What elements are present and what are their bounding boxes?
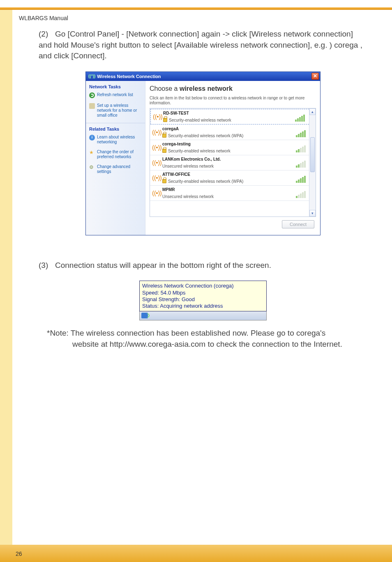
network-security-text: Security-enabled wireless network (WPA) bbox=[168, 134, 243, 138]
network-item[interactable]: ((•))MPMRUnsecured wireless network bbox=[150, 186, 316, 201]
network-info: ATTW-OFFICESecurity-enabled wireless net… bbox=[162, 172, 296, 184]
step-2-marker: (2) bbox=[39, 29, 55, 40]
setup-label: Set up a wireless network for a home or … bbox=[97, 103, 142, 118]
scroll-thumb[interactable] bbox=[310, 137, 315, 172]
signal-strength-icon bbox=[296, 172, 308, 184]
network-item[interactable]: ((•))LANKom Electronics Co., Ltd.Unsecur… bbox=[150, 155, 316, 170]
network-tasks-header: Network Tasks bbox=[89, 84, 142, 89]
connect-button[interactable]: Connect bbox=[282, 220, 314, 228]
bottom-orange-bar bbox=[0, 545, 392, 562]
connection-tooltip: Wireless Network Connection (corega) Spe… bbox=[139, 281, 267, 311]
wireless-signal-icon: ((•)) bbox=[152, 142, 162, 153]
footnote: *Note: The wireless connection has been … bbox=[39, 328, 367, 350]
star-icon: ★ bbox=[89, 150, 95, 155]
step-3-paragraph: (3)Connection status will appear in the … bbox=[39, 260, 367, 271]
wireless-signal-icon: ((•)) bbox=[152, 157, 162, 168]
wireless-tray-icon[interactable] bbox=[141, 313, 148, 318]
network-security: Security-enabled wireless network bbox=[163, 118, 295, 122]
left-margin-stripe bbox=[0, 10, 12, 562]
network-security: Security-enabled wireless network bbox=[162, 149, 296, 153]
signal-strength-icon bbox=[296, 142, 308, 153]
setup-wireless-link[interactable]: Set up a wireless network for a home or … bbox=[89, 103, 142, 118]
network-security-text: Security-enabled wireless network bbox=[168, 149, 231, 153]
network-security-text: Security-enabled wireless network (WPA) bbox=[168, 179, 243, 184]
tooltip-line-2: Speed: 54.0 Mbps bbox=[142, 290, 264, 296]
tooltip-line-4: Status: Acquiring network address bbox=[142, 303, 264, 309]
network-item[interactable]: ((•))RD-SW-TESTSecurity-enabled wireless… bbox=[150, 109, 315, 124]
network-info: MPMRUnsecured wireless network bbox=[162, 187, 296, 199]
page-content: (2)Go [Control Panel] - [Network connect… bbox=[39, 29, 367, 350]
network-info: coregaASecurity-enabled wireless network… bbox=[162, 127, 296, 138]
network-info: LANKom Electronics Co., Ltd.Unsecured wi… bbox=[162, 157, 296, 168]
note-prefix: *Note: bbox=[47, 329, 69, 337]
network-item[interactable]: ((•))coregaASecurity-enabled wireless ne… bbox=[150, 125, 316, 140]
signal-strength-icon bbox=[296, 187, 308, 199]
wireless-signal-icon: ((•)) bbox=[152, 172, 162, 184]
network-ssid: RD-SW-TEST bbox=[163, 111, 295, 115]
connection-tooltip-wrap: Wireless Network Connection (corega) Spe… bbox=[139, 281, 267, 320]
connect-row: Connect bbox=[150, 217, 316, 231]
lock-icon bbox=[162, 179, 166, 183]
note-line-2: website at http://www.corega-asia.com to… bbox=[47, 339, 367, 350]
refresh-label: Refresh network list bbox=[97, 92, 133, 98]
close-button[interactable]: ✕ bbox=[311, 73, 319, 80]
scroll-up-button[interactable]: ▴ bbox=[309, 108, 316, 115]
heading-pre: Choose a bbox=[150, 85, 180, 92]
tooltip-line-1: Wireless Network Connection (corega) bbox=[142, 283, 264, 289]
note-line-1: The wireless connection has been establi… bbox=[71, 329, 325, 337]
network-security-text: Unsecured wireless network bbox=[162, 194, 214, 199]
info-icon: i bbox=[89, 135, 95, 140]
wireless-connection-dialog: ((°)) Wireless Network Connection ✕ Netw… bbox=[85, 71, 321, 235]
top-orange-bar bbox=[0, 7, 392, 10]
signal-strength-icon bbox=[296, 127, 308, 138]
advanced-label: Change advanced settings bbox=[97, 164, 142, 174]
step-2-text: Go [Control Panel] - [Network connection… bbox=[39, 30, 362, 60]
step-3-text: Connection status will appear in the bot… bbox=[55, 261, 271, 269]
network-ssid: coregaA bbox=[162, 127, 296, 131]
scrollbar-track[interactable]: ▴ ▾ bbox=[309, 108, 316, 217]
step-3-marker: (3) bbox=[39, 260, 55, 271]
network-ssid: MPMR bbox=[162, 187, 296, 192]
network-ssid: LANKom Electronics Co., Ltd. bbox=[162, 157, 296, 161]
dialog-main-panel: Choose a wireless network Click an item … bbox=[145, 81, 320, 235]
network-security: Unsecured wireless network bbox=[162, 194, 296, 199]
network-ssid: ATTW-OFFICE bbox=[162, 172, 296, 177]
wireless-signal-icon: ((•)) bbox=[152, 187, 162, 199]
order-label: Change the order of preferred networks bbox=[97, 150, 142, 159]
tooltip-line-3: Signal Strength: Good bbox=[142, 296, 264, 303]
wireless-signal-icon: ((•)) bbox=[152, 127, 162, 138]
learn-wireless-link[interactable]: i Learn about wireless networking bbox=[89, 135, 142, 145]
scroll-down-button[interactable]: ▾ bbox=[309, 210, 316, 217]
dialog-sidebar: Network Tasks Refresh network list Set u… bbox=[86, 81, 145, 235]
lock-icon bbox=[162, 134, 166, 138]
network-item[interactable]: ((•))corega-testingSecurity-enabled wire… bbox=[150, 140, 316, 155]
network-security: Security-enabled wireless network (WPA) bbox=[162, 179, 296, 184]
gear-icon: ⚙ bbox=[89, 164, 95, 170]
refresh-icon bbox=[89, 92, 95, 98]
learn-label: Learn about wireless networking bbox=[97, 135, 142, 145]
dialog-body: Network Tasks Refresh network list Set u… bbox=[86, 81, 320, 235]
network-info: corega-testingSecurity-enabled wireless … bbox=[162, 142, 296, 153]
network-ssid: corega-testing bbox=[162, 142, 296, 146]
dialog-titlebar[interactable]: ((°)) Wireless Network Connection ✕ bbox=[86, 72, 320, 81]
page-number: 26 bbox=[16, 550, 22, 557]
network-list: ((•))RD-SW-TESTSecurity-enabled wireless… bbox=[150, 108, 316, 217]
wireless-signal-icon: ((•)) bbox=[152, 111, 163, 122]
heading-bold: wireless network bbox=[180, 85, 233, 92]
signal-strength-icon bbox=[295, 111, 307, 122]
lock-icon bbox=[163, 118, 167, 122]
network-security-text: Security-enabled wireless network bbox=[169, 118, 231, 122]
network-security-text: Unsecured wireless network bbox=[162, 164, 214, 168]
signal-strength-icon bbox=[296, 157, 308, 168]
related-tasks-header: Related Tasks bbox=[89, 127, 142, 131]
network-item[interactable]: ((•))ATTW-OFFICESecurity-enabled wireles… bbox=[150, 170, 316, 186]
antenna-icon: ((°)) bbox=[88, 74, 95, 78]
network-security: Unsecured wireless network bbox=[162, 164, 296, 168]
system-tray bbox=[139, 311, 267, 320]
step-2-paragraph: (2)Go [Control Panel] - [Network connect… bbox=[39, 29, 367, 62]
advanced-settings-link[interactable]: ⚙ Change advanced settings bbox=[89, 164, 142, 174]
refresh-network-list-link[interactable]: Refresh network list bbox=[89, 92, 142, 98]
dialog-title-text: Wireless Network Connection bbox=[97, 74, 161, 79]
sidebar-separator bbox=[86, 123, 145, 123]
change-order-link[interactable]: ★ Change the order of preferred networks bbox=[89, 150, 142, 159]
